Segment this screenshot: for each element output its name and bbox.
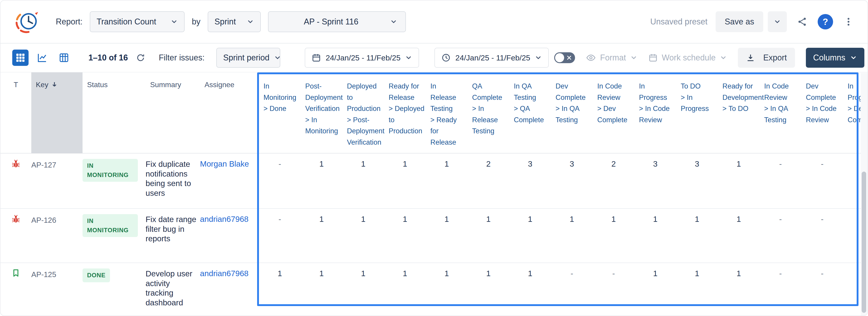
transition-count-cell: 1	[426, 153, 468, 208]
issue-key[interactable]: AP-126	[31, 209, 83, 262]
transition-count-cell: -	[760, 153, 801, 208]
transition-count-cell: 1	[342, 209, 384, 262]
work-schedule-button[interactable]: Work schedule	[648, 53, 727, 63]
by-label: by	[192, 17, 200, 27]
export-button[interactable]: Export	[738, 48, 795, 68]
issue-row: AP-126IN MONITORINGFix date range filter…	[0, 209, 862, 263]
column-header-type[interactable]: T	[0, 72, 31, 153]
transition-column-header[interactable]: In Monitoring > Done	[259, 72, 301, 153]
transition-count-cell: 1	[259, 263, 301, 316]
more-menu-button[interactable]	[841, 14, 856, 29]
transition-column-header[interactable]: In Code Review > Dev Complete	[593, 72, 634, 153]
line-chart-icon	[37, 52, 48, 63]
transition-column-header[interactable]: QA Complete > In Release Testing	[468, 72, 509, 153]
vertical-scrollbar[interactable]	[861, 73, 868, 316]
share-button[interactable]	[795, 14, 809, 29]
issue-type-cell	[0, 209, 31, 262]
issue-key[interactable]: AP-125	[31, 263, 83, 316]
transition-column-header[interactable]: In Release Testing > Ready for Release	[426, 72, 468, 153]
status-cell: DONE	[83, 263, 146, 316]
period-value: Sprint period	[223, 53, 269, 63]
date-range-picker[interactable]: 24/Jan/25 - 11/Feb/25	[305, 48, 419, 68]
format-button[interactable]: Format	[586, 53, 637, 63]
toolbar: 1–10 of 16 Filter issues: Sprint period …	[0, 43, 868, 72]
issue-type-cell	[0, 263, 31, 316]
table-header-row: T Key Status Summary Assignee In Monitor…	[0, 72, 862, 153]
transition-count-cell: 1	[676, 209, 718, 262]
eye-icon	[586, 53, 596, 63]
bug-icon	[11, 214, 21, 224]
transition-column-header[interactable]: In QA Testing > QA Complete	[509, 72, 551, 153]
transition-count-cell: -	[801, 263, 843, 316]
transition-count-cell: 1	[468, 209, 509, 262]
transition-column-header[interactable]: Ready for Release > Deployed to Producti…	[384, 72, 426, 153]
status-badge: IN MONITORING	[83, 159, 138, 182]
column-header-status[interactable]: Status	[83, 72, 146, 153]
toggle-x-icon	[567, 56, 571, 60]
assignee-link[interactable]: andrian67968	[200, 209, 259, 262]
chevron-down-icon	[720, 54, 727, 61]
calendar-icon	[648, 53, 658, 63]
export-label: Export	[763, 53, 787, 63]
transition-count-cell: -	[801, 209, 843, 262]
transition-count-cell: -	[760, 263, 801, 316]
chevron-down-icon	[535, 54, 542, 61]
period-select[interactable]: Sprint period	[216, 48, 280, 68]
column-header-summary[interactable]: Summary	[146, 72, 200, 153]
refresh-button[interactable]	[134, 51, 147, 64]
transition-count-cell: -	[259, 209, 301, 262]
assignee-link[interactable]: Morgan Blake	[200, 153, 259, 208]
transition-count-cell: 1	[301, 209, 342, 262]
issue-summary-link[interactable]: Develop user activity tracking dashboard	[146, 263, 200, 316]
column-header-key[interactable]: Key	[31, 72, 83, 153]
transition-column-header[interactable]: Dev Complete > In Code Review	[801, 72, 843, 153]
transition-count-cell: 1	[634, 209, 676, 262]
grid-view-button[interactable]	[12, 49, 29, 66]
scrollbar-thumb[interactable]	[862, 172, 866, 313]
transition-column-header[interactable]: In Progress > Dev Complete	[843, 72, 862, 153]
column-header-assignee[interactable]: Assignee	[200, 72, 259, 153]
transition-count-cell: 1	[509, 263, 551, 316]
chevron-down-icon	[774, 18, 781, 25]
table-body: AP-127IN MONITORINGFix duplicate notific…	[0, 153, 862, 316]
transition-count-cell: 1	[301, 153, 342, 208]
date-range-value: 24/Jan/25 - 11/Feb/25	[326, 54, 400, 62]
story-bookmark-icon	[11, 269, 21, 278]
save-as-button[interactable]: Save as	[716, 11, 763, 32]
work-schedule-label: Work schedule	[662, 53, 716, 63]
time-range-picker[interactable]: 24/Jan/25 - 11/Feb/25	[434, 48, 549, 68]
save-as-menu-button[interactable]	[768, 11, 787, 32]
transition-column-header[interactable]: Post-Deployment Verification > In Monito…	[301, 72, 342, 153]
preset-status: Unsaved preset	[650, 17, 708, 27]
transition-column-header[interactable]: In Code Review > In QA Testing	[760, 72, 801, 153]
group-by-select[interactable]: Sprint	[208, 11, 261, 32]
transition-column-header[interactable]: To DO > In Progress	[676, 72, 718, 153]
issue-key[interactable]: AP-127	[31, 153, 83, 208]
kebab-icon	[843, 16, 854, 27]
chart-view-button[interactable]	[34, 49, 50, 66]
table-view-button[interactable]	[56, 49, 72, 66]
transition-count-cell: 1	[718, 209, 760, 262]
transition-column-header[interactable]: Dev Complete > In QA Testing	[551, 72, 593, 153]
issue-summary-link[interactable]: Fix duplicate notifications being sent t…	[146, 153, 200, 208]
toggle-switch[interactable]	[554, 52, 575, 63]
transition-column-header[interactable]: Ready for Development > To DO	[718, 72, 760, 153]
transition-column-header[interactable]: Deployed to Production > Post-Deployment…	[342, 72, 384, 153]
help-button[interactable]: ?	[818, 14, 833, 29]
transition-count-cell: 3	[551, 153, 593, 208]
transition-count-cell: 1	[676, 263, 718, 316]
transition-count-cell: -	[801, 153, 843, 208]
toggle-knob	[555, 53, 564, 62]
transition-count-cell: -	[259, 153, 301, 208]
topbar-actions: Unsaved preset Save as ?	[650, 11, 856, 32]
columns-button[interactable]: Columns	[806, 48, 864, 68]
assignee-link[interactable]: andrian67968	[200, 263, 259, 316]
issue-summary-link[interactable]: Fix date range filter bug in reports	[146, 209, 200, 262]
sprint-select[interactable]: AP - Sprint 116	[268, 11, 406, 32]
share-icon	[797, 16, 808, 27]
transition-count-cell: 1	[384, 153, 426, 208]
transition-column-header[interactable]: In Progress > In Code Review	[634, 72, 676, 153]
grid-icon	[16, 53, 25, 62]
report-table: T Key Status Summary Assignee In Monitor…	[0, 72, 862, 316]
report-type-select[interactable]: Transition Count	[90, 11, 185, 32]
